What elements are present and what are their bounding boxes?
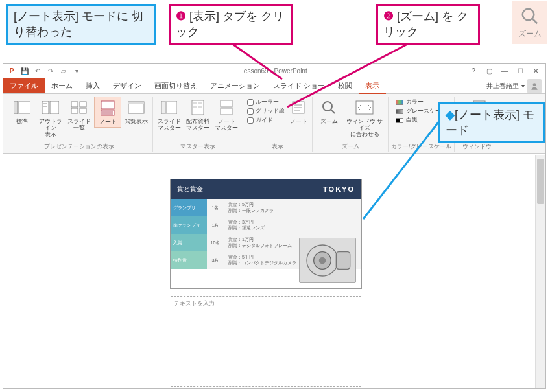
- editor-area: 賞と賞金 TOKYO グランプリ 1名 賞金：5万円副賞：一眼レフカメラ 準グラ…: [3, 155, 545, 388]
- table-row: グランプリ 1名 賞金：5万円副賞：一眼レフカメラ: [171, 199, 361, 216]
- svg-rect-11: [50, 101, 59, 114]
- group-label: 表示: [272, 142, 283, 152]
- page-surface[interactable]: 賞と賞金 TOKYO グランプリ 1名 賞金：5万円副賞：一眼レフカメラ 準グラ…: [21, 155, 534, 388]
- group-presentation-views: 標準 アウトライン 表示 スライド 一覧 ノート 閲覧表示: [6, 97, 153, 152]
- svg-rect-23: [167, 101, 177, 114]
- handout-master-icon: [188, 98, 208, 117]
- svg-rect-12: [71, 102, 78, 107]
- svg-rect-17: [101, 110, 114, 115]
- svg-rect-43: [336, 252, 350, 270]
- slide-thumbnail[interactable]: 賞と賞金 TOKYO グランプリ 1名 賞金：5万円副賞：一眼レフカメラ 準グラ…: [171, 179, 361, 288]
- user-area[interactable]: 井上香緒里 ▾: [486, 78, 545, 93]
- svg-rect-8: [42, 101, 49, 114]
- window-controls: ? ▢ — ☐ ✕: [466, 66, 545, 76]
- svg-rect-29: [221, 100, 232, 107]
- outline-view-icon: [41, 98, 60, 117]
- svg-rect-13: [80, 102, 86, 107]
- group-label: プレゼンテーションの表示: [44, 142, 114, 152]
- scrollbar-thumb[interactable]: [537, 159, 544, 204]
- svg-line-1: [532, 18, 538, 23]
- tab-review[interactable]: 校閲: [331, 78, 359, 93]
- btn-handout-master[interactable]: 配布資料 マスター: [184, 97, 211, 133]
- chk-gridlines[interactable]: グリッド線: [247, 107, 285, 115]
- svg-rect-25: [193, 102, 197, 104]
- svg-rect-6: [14, 101, 18, 114]
- group-label: マスター表示: [180, 142, 215, 152]
- svg-line-36: [331, 110, 335, 113]
- minimize-icon[interactable]: —: [497, 66, 512, 76]
- chk-ruler[interactable]: ルーラー: [247, 98, 285, 106]
- maximize-icon[interactable]: ☐: [513, 66, 527, 76]
- save-icon[interactable]: 💾: [20, 67, 29, 76]
- notes-view-icon: [98, 98, 117, 118]
- group-master-views: スライド マスター 配布資料 マスター ノート マスター マスター表示: [153, 97, 243, 152]
- tab-animations[interactable]: アニメーション: [204, 78, 267, 93]
- svg-rect-7: [19, 101, 30, 114]
- redo-icon[interactable]: ↷: [46, 67, 55, 76]
- step-number-1: ❶: [176, 8, 186, 24]
- titlebar: P 💾 ↶ ↷ ▱ ▾ Lesson69 - PowerPoint ? ▢ — …: [3, 64, 545, 78]
- ribbon-tabs: ファイル ホーム 挿入 デザイン 画面切り替え アニメーション スライド ショー…: [3, 78, 545, 94]
- vertical-scrollbar[interactable]: [535, 155, 545, 388]
- chk-guides[interactable]: ガイド: [247, 116, 285, 124]
- zoom-large-button[interactable]: ズーム: [512, 1, 547, 44]
- notes-text-box[interactable]: テキストを入力: [171, 296, 361, 387]
- callout-text: [ズーム] を クリック: [383, 10, 468, 38]
- tab-slideshow[interactable]: スライド ショー: [267, 78, 331, 93]
- group-label: ウィンドウ: [462, 142, 492, 152]
- callout-text: [表示] タブを クリック: [176, 10, 284, 38]
- window-title: Lesson69 - PowerPoint: [81, 67, 466, 75]
- tab-transitions[interactable]: 画面切り替え: [148, 78, 204, 93]
- svg-rect-27: [193, 106, 197, 108]
- btn-normal-view[interactable]: 標準: [8, 97, 36, 126]
- avatar[interactable]: [527, 79, 542, 93]
- diamond-mark: ◆: [446, 108, 455, 121]
- undo-icon[interactable]: ↶: [33, 67, 42, 76]
- help-icon[interactable]: ?: [466, 66, 481, 76]
- close-icon[interactable]: ✕: [529, 66, 543, 76]
- table-row: 準グランプリ 1名 賞金：3万円副賞：望遠レンズ: [171, 216, 361, 234]
- magnifier-icon: [319, 98, 339, 117]
- group-label: ズーム: [342, 142, 359, 152]
- tab-home[interactable]: ホーム: [45, 78, 79, 93]
- callout-text: [ノート表示] モード: [446, 108, 534, 137]
- svg-point-42: [319, 257, 326, 264]
- group-show: ルーラー グリッド線 ガイド ノート 表示: [243, 97, 313, 152]
- slide-header: 賞と賞金 TOKYO: [171, 179, 361, 199]
- slide-sorter-icon: [69, 98, 89, 117]
- slide-title: 賞と賞金: [177, 185, 203, 194]
- reading-view-icon: [126, 98, 146, 117]
- qat-dropdown-icon[interactable]: ▾: [72, 67, 81, 76]
- tab-design[interactable]: デザイン: [106, 78, 148, 93]
- fit-window-icon: [355, 98, 374, 117]
- start-show-icon[interactable]: ▱: [59, 67, 68, 76]
- ribbon-options-icon[interactable]: ▢: [482, 66, 496, 76]
- magnifier-icon: [520, 6, 540, 27]
- btn-slide-master[interactable]: スライド マスター: [156, 97, 183, 133]
- callout-text: [ノート表示] モードに 切り替わった: [14, 10, 143, 38]
- group-zoom: ズーム ウィンドウ サイズ に合わせる ズーム: [313, 97, 389, 152]
- btn-reading-view[interactable]: 閲覧表示: [123, 97, 150, 126]
- svg-rect-37: [356, 101, 373, 114]
- callout-notes-mode: ◆[ノート表示] モード: [438, 102, 545, 143]
- btn-notes-pane[interactable]: ノート: [287, 97, 309, 126]
- btn-zoom[interactable]: ズーム: [315, 97, 342, 126]
- notes-master-icon: [217, 98, 236, 117]
- user-dropdown-icon[interactable]: ▾: [521, 82, 525, 89]
- tab-insert[interactable]: 挿入: [79, 78, 106, 93]
- btn-notes-view[interactable]: ノート: [94, 97, 121, 128]
- btn-slide-sorter[interactable]: スライド 一覧: [66, 97, 93, 133]
- tab-file[interactable]: ファイル: [3, 78, 45, 93]
- svg-point-0: [523, 8, 534, 20]
- normal-view-icon: [12, 98, 32, 117]
- user-name: 井上香緒里: [486, 82, 519, 91]
- svg-rect-15: [80, 108, 86, 113]
- app-icon: P: [7, 67, 16, 76]
- show-checkboxes: ルーラー グリッド線 ガイド: [246, 97, 286, 126]
- btn-notes-master[interactable]: ノート マスター: [213, 97, 240, 133]
- quick-access-toolbar: P 💾 ↶ ↷ ▱ ▾: [3, 67, 81, 76]
- btn-outline-view[interactable]: アウトライン 表示: [37, 97, 64, 139]
- tab-view[interactable]: 表示: [359, 78, 386, 93]
- btn-fit-window[interactable]: ウィンドウ サイズ に合わせる: [344, 97, 385, 139]
- svg-point-5: [533, 83, 536, 86]
